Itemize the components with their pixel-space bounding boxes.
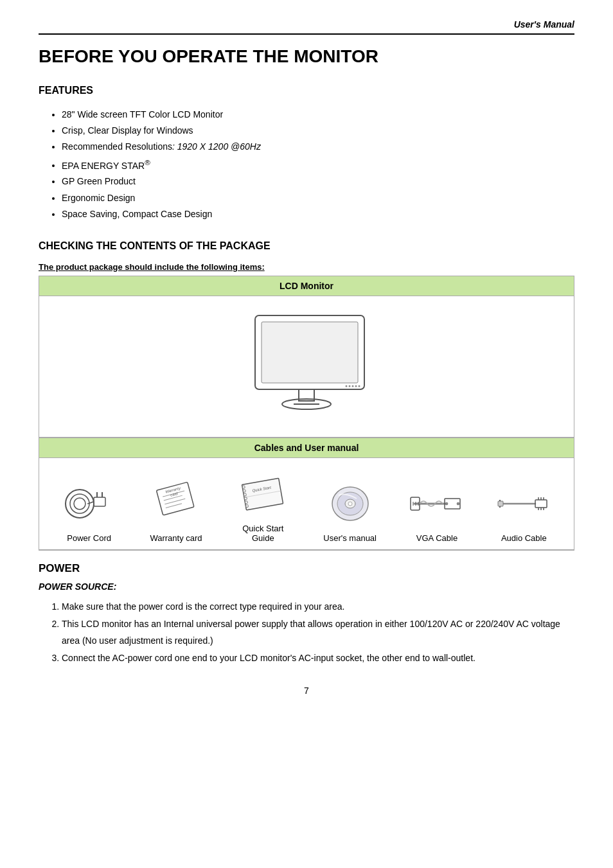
svg-rect-1 — [262, 322, 358, 383]
header-title: User's Manual — [514, 19, 574, 30]
list-item: GP Green Product — [62, 173, 574, 190]
svg-point-12 — [74, 498, 85, 509]
monitor-image — [229, 309, 384, 427]
power-list: Make sure that the power cord is the cor… — [62, 598, 574, 666]
svg-point-7 — [355, 385, 357, 387]
cable-item-warranty-card: Warranty card Warranty card — [134, 479, 218, 543]
svg-point-11 — [70, 494, 89, 513]
cable-item-users-manual: User's manual — [308, 479, 392, 543]
list-item: EPA ENERGY STAR® — [62, 155, 574, 174]
list-item: Recommended Resolutions: 1920 X 1200 @60… — [62, 139, 574, 155]
svg-point-5 — [349, 385, 351, 387]
svg-point-43 — [457, 502, 459, 505]
list-item: Make sure that the power cord is the cor… — [62, 598, 574, 616]
users-manual-label: User's manual — [323, 533, 377, 543]
power-cord-label: Power Cord — [67, 533, 111, 543]
list-item: Connect the AC-power cord one end to you… — [62, 650, 574, 667]
list-item: Ergonomic Design — [62, 190, 574, 206]
features-section-title: FEATURES — [39, 85, 574, 96]
list-item: 28" Wide screen TFT Color LCD Monitor — [62, 107, 574, 123]
svg-point-42 — [445, 502, 448, 505]
cables-header: Cables and User manual — [39, 438, 574, 458]
cable-item-quick-start: Quick Start Quick Start Guide — [221, 470, 305, 543]
svg-point-8 — [359, 385, 360, 387]
page-title: BEFORE YOU OPERATE THE MONITOR — [39, 46, 574, 67]
svg-point-35 — [348, 502, 352, 506]
cable-item-vga-cable: VGA Cable — [395, 479, 479, 543]
cables-row: Power Cord Warranty card — [39, 458, 574, 550]
features-list: 28" Wide screen TFT Color LCD Monitor Cr… — [62, 107, 574, 222]
list-item: Space Saving, Compact Case Design — [62, 206, 574, 222]
svg-point-4 — [346, 385, 348, 387]
checking-section: CHECKING THE CONTENTS OF THE PACKAGE The… — [39, 240, 574, 551]
vga-cable-label: VGA Cable — [416, 533, 458, 543]
quick-start-label: Quick Start Guide — [242, 524, 283, 543]
warranty-card-label: Warranty card — [150, 533, 202, 543]
cable-item-audio-cable: Audio Cable — [482, 479, 565, 543]
audio-cable-label: Audio Cable — [501, 533, 547, 543]
package-label: The product package should include the f… — [39, 262, 574, 272]
page-number: 7 — [39, 686, 574, 696]
cable-item-power-cord: Power Cord — [48, 479, 131, 543]
svg-line-20 — [166, 504, 182, 508]
package-table: LCD Monitor — [39, 276, 574, 551]
list-item: This LCD monitor has an Internal univers… — [62, 616, 574, 650]
checking-section-title: CHECKING THE CONTENTS OF THE PACKAGE — [39, 240, 574, 252]
power-source-title: POWER SOURCE: — [39, 581, 574, 592]
svg-point-6 — [352, 385, 354, 387]
power-title: POWER — [39, 562, 574, 575]
svg-rect-47 — [535, 500, 547, 508]
list-item: Crisp, Clear Display for Windows — [62, 123, 574, 139]
svg-rect-13 — [94, 497, 105, 506]
header: User's Manual — [39, 19, 574, 35]
features-section: FEATURES 28" Wide screen TFT Color LCD M… — [39, 85, 574, 222]
lcd-header: LCD Monitor — [39, 276, 574, 296]
monitor-illustration — [39, 296, 574, 438]
power-section: POWER POWER SOURCE: Make sure that the p… — [39, 562, 574, 666]
svg-rect-46 — [498, 501, 503, 506]
